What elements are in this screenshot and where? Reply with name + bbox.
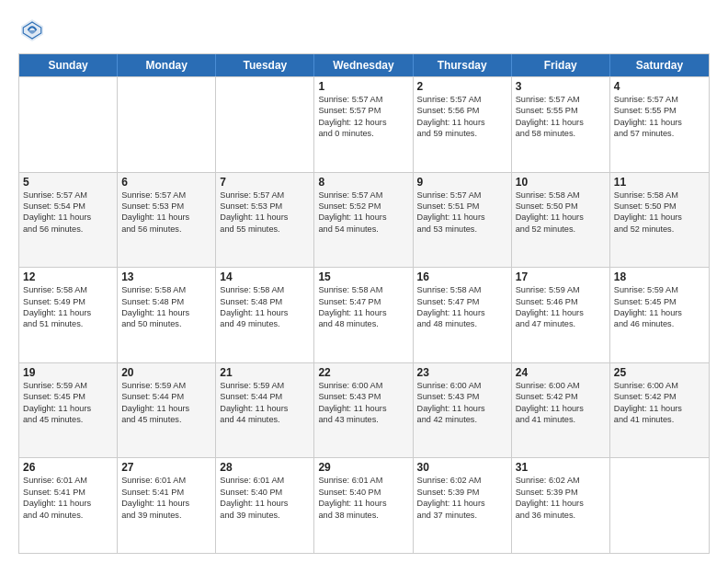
cell-line-3: and 0 minutes. [318, 128, 408, 139]
cell-line-1: Sunset: 5:45 PM [614, 296, 705, 307]
cell-line-0: Sunrise: 6:01 AM [121, 475, 211, 486]
cell-line-0: Sunrise: 6:01 AM [220, 475, 310, 486]
day-cell-19: 19Sunrise: 5:59 AMSunset: 5:45 PMDayligh… [19, 363, 118, 458]
cell-line-3: and 49 minutes. [220, 318, 310, 329]
cell-line-1: Sunset: 5:54 PM [23, 201, 113, 212]
cell-line-3: and 57 minutes. [614, 128, 705, 139]
cell-line-1: Sunset: 5:41 PM [121, 487, 211, 498]
page: SundayMondayTuesdayWednesdayThursdayFrid… [0, 0, 728, 563]
cell-line-2: Daylight: 11 hours [220, 307, 310, 318]
cell-line-0: Sunrise: 6:00 AM [417, 380, 507, 391]
day-cell-6: 6Sunrise: 5:57 AMSunset: 5:53 PMDaylight… [118, 173, 216, 268]
empty-cell [19, 77, 118, 172]
cell-line-2: Daylight: 11 hours [23, 307, 113, 318]
cell-line-0: Sunrise: 5:58 AM [516, 190, 606, 201]
cell-line-0: Sunrise: 5:57 AM [318, 190, 408, 201]
day-number: 13 [121, 270, 211, 283]
logo [18, 17, 50, 44]
day-cell-23: 23Sunrise: 6:00 AMSunset: 5:43 PMDayligh… [414, 363, 512, 458]
cell-line-1: Sunset: 5:40 PM [318, 487, 408, 498]
day-number: 9 [417, 176, 507, 189]
day-cell-9: 9Sunrise: 5:57 AMSunset: 5:51 PMDaylight… [414, 173, 512, 268]
day-cell-26: 26Sunrise: 6:01 AMSunset: 5:41 PMDayligh… [19, 458, 118, 553]
cell-line-2: Daylight: 11 hours [121, 307, 211, 318]
cell-line-1: Sunset: 5:49 PM [23, 296, 113, 307]
cell-line-0: Sunrise: 5:59 AM [23, 380, 113, 391]
day-number: 20 [121, 366, 211, 379]
day-number: 3 [516, 80, 606, 93]
day-cell-30: 30Sunrise: 6:02 AMSunset: 5:39 PMDayligh… [414, 458, 512, 553]
day-number: 21 [220, 366, 310, 379]
cell-line-2: Daylight: 11 hours [417, 117, 507, 128]
cell-line-3: and 42 minutes. [417, 414, 507, 425]
cell-line-1: Sunset: 5:53 PM [220, 201, 310, 212]
cell-line-0: Sunrise: 5:59 AM [516, 284, 606, 295]
cell-line-2: Daylight: 11 hours [121, 403, 211, 414]
cell-line-0: Sunrise: 5:58 AM [417, 284, 507, 295]
cell-line-3: and 56 minutes. [23, 224, 113, 235]
cell-line-3: and 56 minutes. [121, 224, 211, 235]
day-number: 29 [318, 461, 408, 474]
day-number: 12 [23, 270, 113, 283]
header [18, 17, 710, 44]
header-day-thursday: Thursday [414, 54, 512, 76]
cell-line-0: Sunrise: 5:59 AM [614, 284, 705, 295]
day-number: 2 [417, 80, 507, 93]
day-number: 11 [614, 176, 705, 189]
cell-line-0: Sunrise: 5:59 AM [121, 380, 211, 391]
cell-line-0: Sunrise: 5:59 AM [220, 380, 310, 391]
cell-line-1: Sunset: 5:42 PM [516, 391, 606, 402]
cell-line-3: and 55 minutes. [220, 224, 310, 235]
cell-line-2: Daylight: 11 hours [23, 403, 113, 414]
cell-line-3: and 40 minutes. [23, 510, 113, 521]
day-cell-12: 12Sunrise: 5:58 AMSunset: 5:49 PMDayligh… [19, 268, 118, 362]
cell-line-0: Sunrise: 6:00 AM [614, 380, 705, 391]
cell-line-2: Daylight: 11 hours [318, 498, 408, 509]
cell-line-2: Daylight: 11 hours [417, 403, 507, 414]
cell-line-3: and 52 minutes. [614, 224, 705, 235]
cell-line-1: Sunset: 5:40 PM [220, 487, 310, 498]
cell-line-1: Sunset: 5:43 PM [417, 391, 507, 402]
cell-line-3: and 43 minutes. [318, 414, 408, 425]
cell-line-2: Daylight: 11 hours [318, 403, 408, 414]
day-number: 25 [614, 366, 705, 379]
day-cell-8: 8Sunrise: 5:57 AMSunset: 5:52 PMDaylight… [314, 173, 413, 268]
cell-line-3: and 53 minutes. [417, 224, 507, 235]
cell-line-2: Daylight: 11 hours [121, 212, 211, 223]
day-number: 23 [417, 366, 507, 379]
cell-line-0: Sunrise: 5:58 AM [23, 284, 113, 295]
cell-line-3: and 45 minutes. [121, 414, 211, 425]
cell-line-1: Sunset: 5:48 PM [220, 296, 310, 307]
cell-line-3: and 50 minutes. [121, 318, 211, 329]
cell-line-2: Daylight: 11 hours [417, 212, 507, 223]
cell-line-0: Sunrise: 5:58 AM [318, 284, 408, 295]
header-day-tuesday: Tuesday [216, 54, 314, 76]
cell-line-2: Daylight: 11 hours [121, 498, 211, 509]
day-number: 8 [318, 176, 408, 189]
cell-line-3: and 41 minutes. [516, 414, 606, 425]
empty-cell [118, 77, 216, 172]
cell-line-1: Sunset: 5:47 PM [417, 296, 507, 307]
cell-line-2: Daylight: 11 hours [614, 307, 705, 318]
cell-line-3: and 48 minutes. [318, 318, 408, 329]
cell-line-0: Sunrise: 5:57 AM [23, 190, 113, 201]
cell-line-2: Daylight: 11 hours [516, 498, 606, 509]
cell-line-1: Sunset: 5:51 PM [417, 201, 507, 212]
week-row-3: 19Sunrise: 5:59 AMSunset: 5:45 PMDayligh… [19, 362, 709, 458]
day-cell-3: 3Sunrise: 5:57 AMSunset: 5:55 PMDaylight… [512, 77, 610, 172]
cell-line-2: Daylight: 11 hours [614, 117, 705, 128]
day-cell-20: 20Sunrise: 5:59 AMSunset: 5:44 PMDayligh… [118, 363, 216, 458]
cell-line-2: Daylight: 11 hours [614, 403, 705, 414]
day-number: 31 [516, 461, 606, 474]
day-cell-29: 29Sunrise: 6:01 AMSunset: 5:40 PMDayligh… [314, 458, 413, 553]
day-cell-15: 15Sunrise: 5:58 AMSunset: 5:47 PMDayligh… [314, 268, 413, 362]
week-row-4: 26Sunrise: 6:01 AMSunset: 5:41 PMDayligh… [19, 457, 709, 553]
cell-line-3: and 46 minutes. [614, 318, 705, 329]
day-cell-11: 11Sunrise: 5:58 AMSunset: 5:50 PMDayligh… [610, 173, 709, 268]
empty-cell [610, 458, 709, 553]
cell-line-2: Daylight: 11 hours [614, 212, 705, 223]
cell-line-0: Sunrise: 6:02 AM [516, 475, 606, 486]
cell-line-0: Sunrise: 5:57 AM [318, 94, 408, 105]
day-number: 14 [220, 270, 310, 283]
day-number: 10 [516, 176, 606, 189]
